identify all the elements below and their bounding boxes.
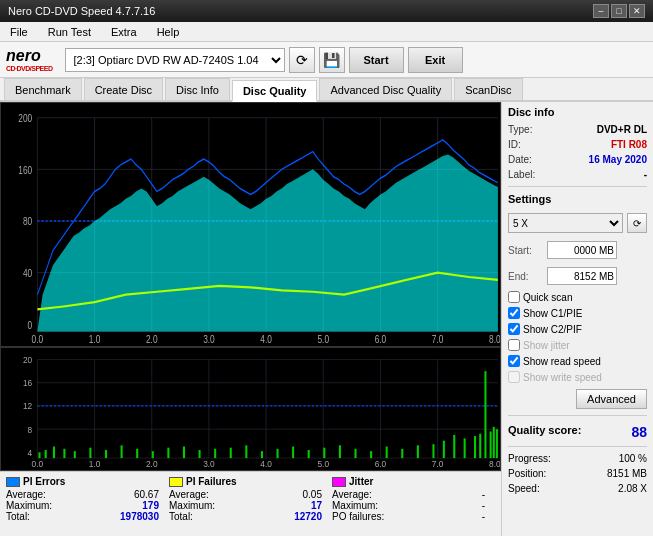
show-write-speed-label: Show write speed <box>523 372 602 383</box>
tab-benchmark[interactable]: Benchmark <box>4 78 82 100</box>
svg-text:4.0: 4.0 <box>260 459 272 470</box>
legend-pi-errors: PI Errors Average: 60.67 Maximum: 179 To… <box>6 476 169 522</box>
svg-rect-71 <box>167 448 169 458</box>
svg-rect-63 <box>53 447 55 459</box>
end-row: End: <box>508 267 647 285</box>
speed-row-progress: Speed: 2.08 X <box>508 483 647 494</box>
save-button[interactable]: 💾 <box>319 47 345 73</box>
pi-failures-color-swatch <box>169 477 183 487</box>
svg-rect-86 <box>401 449 403 458</box>
svg-rect-85 <box>386 447 388 459</box>
svg-rect-82 <box>339 446 341 459</box>
svg-rect-65 <box>74 451 76 458</box>
bottom-chart: 20 16 12 8 4 0.0 1.0 2.0 3.0 4.0 5.0 6.0… <box>0 347 501 471</box>
svg-text:0: 0 <box>28 318 33 331</box>
menu-extra[interactable]: Extra <box>105 24 143 40</box>
pi-errors-max-label: Maximum: <box>6 500 52 511</box>
svg-rect-81 <box>323 448 325 458</box>
legend-pi-failures-header: PI Failures <box>169 476 332 487</box>
drive-selector[interactable]: [2:3] Optiarc DVD RW AD-7240S 1.04 <box>65 48 285 72</box>
quick-scan-checkbox[interactable] <box>508 291 520 303</box>
show-c1pie-checkbox[interactable] <box>508 307 520 319</box>
svg-text:80: 80 <box>23 215 33 228</box>
menu-help[interactable]: Help <box>151 24 186 40</box>
disc-type-value: DVD+R DL <box>597 124 647 135</box>
jitter-avg-label: Average: <box>332 489 372 500</box>
svg-rect-80 <box>308 450 310 458</box>
start-button[interactable]: Start <box>349 47 404 73</box>
svg-rect-97 <box>496 429 498 458</box>
svg-rect-75 <box>230 448 232 458</box>
pi-failures-max-row: Maximum: 17 <box>169 500 332 511</box>
svg-rect-76 <box>245 446 247 459</box>
svg-rect-72 <box>183 447 185 459</box>
minimize-button[interactable]: – <box>593 4 609 18</box>
show-c2pif-checkbox[interactable] <box>508 323 520 335</box>
disc-date-value: 16 May 2020 <box>589 154 647 165</box>
show-c1pie-row: Show C1/PIE <box>508 307 647 319</box>
disc-type-label: Type: <box>508 124 532 135</box>
start-input[interactable] <box>547 241 617 259</box>
pi-errors-total-label: Total: <box>6 511 30 522</box>
exit-button[interactable]: Exit <box>408 47 463 73</box>
title-bar-controls: – □ ✕ <box>593 4 645 18</box>
svg-text:40: 40 <box>23 267 33 280</box>
progress-label: Progress: <box>508 453 551 464</box>
svg-text:8: 8 <box>28 424 33 435</box>
close-button[interactable]: ✕ <box>629 4 645 18</box>
chart-wrapper: 200 160 80 40 0 20 12 4 0.0 1.0 2.0 3.0 … <box>0 102 501 536</box>
app-title: Nero CD-DVD Speed 4.7.7.16 <box>8 5 155 17</box>
tab-create-disc[interactable]: Create Disc <box>84 78 163 100</box>
bottom-chart-svg: 20 16 12 8 4 0.0 1.0 2.0 3.0 4.0 5.0 6.0… <box>1 348 500 470</box>
tab-disc-info[interactable]: Disc Info <box>165 78 230 100</box>
start-label: Start: <box>508 245 543 256</box>
svg-rect-73 <box>199 450 201 458</box>
show-c2pif-label: Show C2/PIF <box>523 324 582 335</box>
show-jitter-checkbox[interactable] <box>508 339 520 351</box>
svg-text:20: 20 <box>23 355 32 366</box>
show-read-speed-checkbox[interactable] <box>508 355 520 367</box>
svg-rect-90 <box>453 435 455 458</box>
toolbar: nero CD·DVD/SPEED [2:3] Optiarc DVD RW A… <box>0 42 653 78</box>
svg-text:200: 200 <box>18 112 32 125</box>
speed-value: 2.08 X <box>618 483 647 494</box>
advanced-button[interactable]: Advanced <box>576 389 647 409</box>
quality-score-label: Quality score: <box>508 424 581 440</box>
main-content: 200 160 80 40 0 20 12 4 0.0 1.0 2.0 3.0 … <box>0 102 653 536</box>
svg-text:2.0: 2.0 <box>146 459 158 470</box>
disc-date-label: Date: <box>508 154 532 165</box>
speed-selector[interactable]: 5 X Maximum 1 X 2 X 4 X 8 X <box>508 213 623 233</box>
pi-errors-max-value: 179 <box>142 500 159 511</box>
end-input[interactable] <box>547 267 617 285</box>
position-row: Position: 8151 MB <box>508 468 647 479</box>
svg-rect-64 <box>63 449 65 458</box>
menu-file[interactable]: File <box>4 24 34 40</box>
refresh-button[interactable]: ⟳ <box>289 47 315 73</box>
svg-rect-61 <box>38 453 40 459</box>
menu-run-test[interactable]: Run Test <box>42 24 97 40</box>
svg-rect-62 <box>45 450 47 458</box>
svg-rect-91 <box>464 439 466 459</box>
quick-scan-row: Quick scan <box>508 291 647 303</box>
svg-rect-79 <box>292 447 294 459</box>
svg-text:16: 16 <box>23 378 32 389</box>
show-write-speed-checkbox[interactable] <box>508 371 520 383</box>
svg-text:3.0: 3.0 <box>203 333 215 346</box>
progress-row: Progress: 100 % <box>508 453 647 464</box>
tab-advanced-disc-quality[interactable]: Advanced Disc Quality <box>319 78 452 100</box>
pi-failures-total-label: Total: <box>169 511 193 522</box>
position-label: Position: <box>508 468 546 479</box>
pi-failures-label: PI Failures <box>186 476 237 487</box>
svg-text:8.0: 8.0 <box>489 333 500 346</box>
maximize-button[interactable]: □ <box>611 4 627 18</box>
svg-text:7.0: 7.0 <box>432 459 444 470</box>
tab-disc-quality[interactable]: Disc Quality <box>232 80 318 102</box>
legend-pi-errors-header: PI Errors <box>6 476 169 487</box>
svg-text:4: 4 <box>28 448 33 459</box>
pi-failures-total-value: 12720 <box>294 511 322 522</box>
tab-bar: Benchmark Create Disc Disc Info Disc Qua… <box>0 78 653 102</box>
jitter-max-row: Maximum: - <box>332 500 495 511</box>
speed-refresh-btn[interactable]: ⟳ <box>627 213 647 233</box>
speed-label: Speed: <box>508 483 540 494</box>
tab-scan-disc[interactable]: ScanDisc <box>454 78 522 100</box>
